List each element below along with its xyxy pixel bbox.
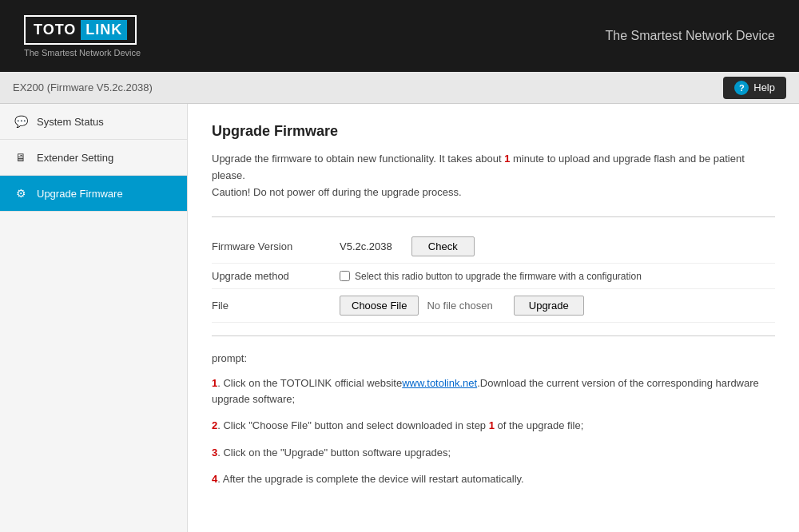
logo-link: LINK bbox=[81, 20, 127, 40]
desc-highlight: 1 bbox=[504, 153, 510, 165]
prompt-item-3: 3. Click on the "Upgrade" button softwar… bbox=[212, 445, 775, 461]
no-file-text: No file chosen bbox=[427, 300, 492, 312]
file-label: File bbox=[212, 300, 340, 312]
upgrade-method-text: Select this radio button to upgrade the … bbox=[355, 271, 642, 282]
content-area: Upgrade Firmware Upgrade the firmware to… bbox=[188, 104, 799, 532]
prompt-item-4: 4. After the upgrade is complete the dev… bbox=[212, 471, 775, 487]
sidebar-item-system-status[interactable]: 💬 System Status bbox=[0, 104, 187, 140]
prompt-text-4: . After the upgrade is complete the devi… bbox=[217, 473, 523, 485]
upgrade-method-label: Upgrade method bbox=[212, 270, 340, 282]
prompt-label: prompt: bbox=[212, 352, 775, 364]
desc-text1: Upgrade the firmware to obtain new funct… bbox=[212, 153, 502, 165]
sub-header: EX200 (Firmware V5.2c.2038) ? Help bbox=[0, 72, 799, 104]
sidebar-item-label: Upgrade Firmware bbox=[37, 188, 123, 200]
extender-setting-icon: 🖥 bbox=[13, 149, 29, 165]
upgrade-firmware-icon: ⚙ bbox=[13, 185, 29, 201]
file-value-area: Choose File No file chosen Upgrade bbox=[340, 296, 775, 316]
sub-header-title: EX200 (Firmware V5.2c.2038) bbox=[13, 81, 153, 93]
sidebar: 💬 System Status 🖥 Extender Setting ⚙ Upg… bbox=[0, 104, 188, 532]
page-title: Upgrade Firmware bbox=[212, 123, 775, 140]
logo-area: TOTO LINK The Smartest Network Device bbox=[24, 15, 141, 58]
logo-toto: TOTO bbox=[34, 22, 76, 38]
upgrade-method-row: Upgrade method Select this radio button … bbox=[212, 264, 775, 289]
help-label: Help bbox=[753, 81, 775, 93]
sidebar-item-upgrade-firmware[interactable]: ⚙ Upgrade Firmware bbox=[0, 176, 187, 212]
help-button[interactable]: ? Help bbox=[723, 77, 786, 99]
prompt-text-3: . Click on the "Upgrade" button software… bbox=[217, 447, 451, 459]
sidebar-item-label: System Status bbox=[37, 116, 104, 128]
upgrade-method-value-area: Select this radio button to upgrade the … bbox=[340, 271, 775, 282]
divider-bottom bbox=[212, 335, 775, 336]
description: Upgrade the firmware to obtain new funct… bbox=[212, 151, 775, 200]
help-icon: ? bbox=[734, 81, 749, 95]
upgrade-method-checkbox[interactable] bbox=[340, 271, 350, 281]
header: TOTO LINK The Smartest Network Device Th… bbox=[0, 0, 799, 72]
choose-file-button[interactable]: Choose File bbox=[340, 296, 419, 316]
prompt-item-1: 1. Click on the TOTOLINK official websit… bbox=[212, 375, 775, 407]
upgrade-button[interactable]: Upgrade bbox=[514, 296, 584, 316]
prompt-section: prompt: 1. Click on the TOTOLINK officia… bbox=[212, 352, 775, 487]
file-row: File Choose File No file chosen Upgrade bbox=[212, 289, 775, 323]
firmware-version-label: Firmware Version bbox=[212, 240, 340, 252]
divider-top bbox=[212, 216, 775, 217]
firmware-version-row: Firmware Version V5.2c.2038 Check bbox=[212, 230, 775, 264]
sidebar-item-label: Extender Setting bbox=[37, 152, 113, 164]
prompt-item-2: 2. Click "Choose File" button and select… bbox=[212, 418, 775, 434]
logo-box: TOTO LINK bbox=[24, 15, 137, 45]
prompt-text-2b: of the upgrade file; bbox=[495, 419, 583, 431]
prompt-text-1a: . Click on the TOTOLINK official website bbox=[217, 377, 402, 389]
firmware-version-value: V5.2c.2038 bbox=[340, 240, 392, 252]
prompt-text-2a: . Click "Choose File" button and select … bbox=[217, 419, 488, 431]
header-tagline: The Smartest Network Device bbox=[605, 29, 775, 43]
check-button[interactable]: Check bbox=[411, 236, 475, 256]
desc-caution: Caution! Do not power off during the upg… bbox=[212, 186, 462, 198]
prompt-step-1: 1 bbox=[489, 419, 495, 431]
totolink-link[interactable]: www.totolink.net bbox=[402, 377, 477, 389]
logo-tagline: The Smartest Network Device bbox=[24, 48, 141, 58]
system-status-icon: 💬 bbox=[13, 113, 29, 129]
firmware-version-value-area: V5.2c.2038 Check bbox=[340, 236, 775, 256]
sidebar-item-extender-setting[interactable]: 🖥 Extender Setting bbox=[0, 140, 187, 176]
main-layout: 💬 System Status 🖥 Extender Setting ⚙ Upg… bbox=[0, 104, 799, 532]
